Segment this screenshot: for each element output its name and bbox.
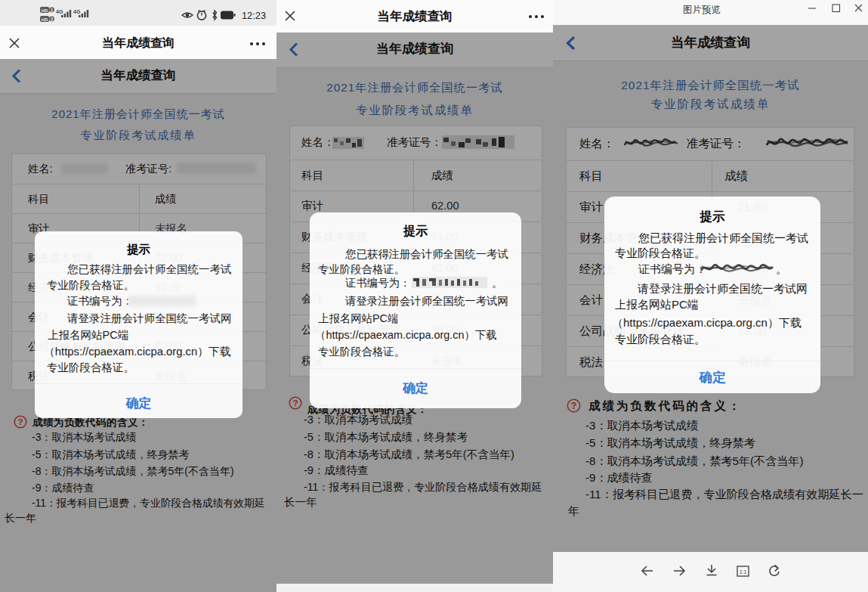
svg-text:2: 2 xyxy=(51,17,54,22)
svg-text:HD: HD xyxy=(42,8,48,13)
svg-text:1:1: 1:1 xyxy=(740,569,747,575)
svg-text:4G: 4G xyxy=(56,9,63,14)
svg-text:HD: HD xyxy=(42,17,48,22)
svg-text:4G: 4G xyxy=(73,9,81,14)
svg-text:1: 1 xyxy=(51,8,54,13)
